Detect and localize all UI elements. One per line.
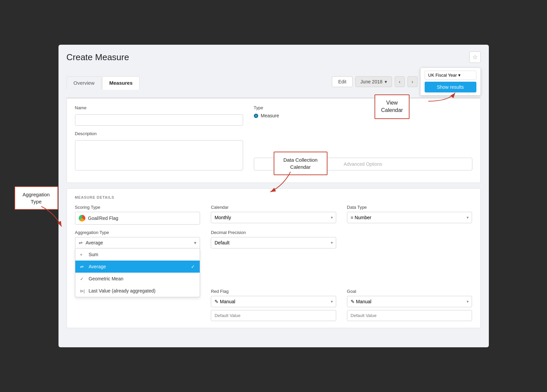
goal-select-wrapper: ✎ Manual ▾ (347, 296, 472, 307)
goal-group: Goal ✎ Manual ▾ (347, 289, 472, 321)
dropdown-item-sum[interactable]: + Sum (75, 248, 200, 261)
star-button[interactable]: ☆ (469, 51, 481, 63)
aggregation-type-group: Aggregation Type AggregationType (75, 230, 200, 248)
decimal-precision-group: Decimal Precision Default ▾ (211, 230, 336, 248)
type-measure-option[interactable]: Measure (254, 113, 279, 118)
uk-fiscal-year-label: UK Fiscal Year (428, 73, 457, 78)
scoring-type-label: Scoring Type (75, 205, 200, 210)
main-container: Create Measure ☆ Overview Measures Edit … (58, 45, 489, 347)
name-label: Name (75, 105, 243, 110)
red-flag-default-input[interactable] (211, 310, 336, 321)
form-row-name-type: Name Type Measure (75, 105, 472, 126)
decimal-precision-select[interactable]: Default (211, 237, 336, 248)
goal-select[interactable]: ✎ Manual (347, 296, 472, 307)
sum-label: Sum (89, 252, 99, 257)
data-collection-arrow (277, 172, 304, 199)
edit-button[interactable]: Edit (332, 76, 353, 87)
geometric-mean-icon: ✓ (80, 276, 85, 281)
nav-next-button[interactable]: › (407, 76, 418, 87)
goal-label: Goal (347, 289, 472, 294)
description-label: Description (75, 131, 243, 136)
month-label: June 2018 (360, 79, 382, 84)
tabs-header: Overview Measures Edit June 2018 ▾ ‹ › U… (67, 68, 481, 98)
red-flag-group: Red Flag ✎ Manual ▾ (211, 289, 336, 321)
scoring-type-group: Scoring Type Goal/Red Flag (75, 205, 200, 225)
aggregation-value: Average (86, 240, 103, 245)
scoring-type-value: Goal/Red Flag (88, 215, 118, 221)
average-icon: ⇌ (80, 264, 85, 269)
page-title-row: Create Measure ☆ (67, 51, 481, 63)
average-check-icon: ✓ (191, 264, 195, 269)
description-textarea[interactable] (75, 140, 243, 170)
name-input[interactable] (75, 114, 243, 126)
red-flag-select[interactable]: ✎ Manual (211, 296, 336, 307)
data-type-label: Data Type (347, 205, 472, 210)
red-flag-select-wrapper: ✎ Manual ▾ (211, 296, 336, 307)
agg-display-icon: ⇌ (79, 240, 83, 245)
second-details-row: Aggregation Type AggregationType (75, 230, 472, 248)
aggregation-arrow (41, 206, 82, 233)
calendar-select[interactable]: Monthly (211, 212, 336, 223)
data-type-group: Data Type ⌗ Number ▾ (347, 205, 472, 225)
view-calendar-arrow (428, 91, 469, 111)
aggregation-wrapper: ⇌ Average ▾ + Sum ⇌ Average (75, 237, 200, 248)
month-chevron-icon: ▾ (385, 79, 387, 84)
measure-details-section: MEASURE DETAILS Data CollectionCalendar … (67, 188, 481, 328)
description-field-group: Description (75, 131, 243, 170)
calendar-label: Calendar (211, 205, 336, 210)
aggregation-display[interactable]: ⇌ Average ▾ (75, 237, 200, 248)
last-value-icon: ⊳| (80, 288, 85, 293)
decimal-precision-select-wrapper: Default ▾ (211, 237, 336, 248)
sum-icon: + (80, 252, 85, 257)
section-title: MEASURE DETAILS (75, 195, 472, 199)
calendar-group: Calendar Monthly ▾ (211, 205, 336, 225)
details-grid: Scoring Type Goal/Red Flag Calendar Mont… (75, 205, 472, 225)
nav-prev-button[interactable]: ‹ (395, 76, 405, 87)
scoring-type-display: Goal/Red Flag (75, 212, 200, 225)
calendar-select-wrapper: Monthly ▾ (211, 212, 336, 223)
uk-fiscal-dropdown-icon: ▾ (458, 73, 461, 78)
type-label: Type (254, 105, 279, 110)
goal-default-input[interactable] (347, 310, 472, 321)
aggregation-dropdown-arrow-icon: ▾ (194, 240, 196, 245)
dropdown-item-geometric-mean[interactable]: ✓ Geometric Mean (75, 273, 200, 285)
uk-fiscal-year-dropdown[interactable]: UK Fiscal Year ▾ (425, 71, 476, 80)
month-button[interactable]: June 2018 ▾ (355, 76, 392, 87)
empty-col (347, 230, 472, 248)
aggregation-dropdown-menu: + Sum ⇌ Average ✓ ✓ Geometric Mean (75, 248, 200, 297)
last-value-label: Last Value (already aggregated) (89, 288, 156, 293)
data-type-select[interactable]: ⌗ Number (347, 212, 472, 223)
decimal-precision-label: Decimal Precision (211, 230, 336, 235)
page-title: Create Measure (67, 52, 129, 63)
dropdown-item-average[interactable]: ⇌ Average ✓ (75, 261, 200, 273)
data-type-select-wrapper: ⌗ Number ▾ (347, 212, 472, 223)
average-label: Average (89, 264, 106, 269)
view-calendar-callout: ViewCalendar (375, 94, 410, 119)
tab-measures[interactable]: Measures (102, 76, 140, 90)
aggregation-type-label: Aggregation Type (75, 230, 200, 235)
dropdown-item-last-value[interactable]: ⊳| Last Value (already aggregated) (75, 285, 200, 297)
red-flag-label: Red Flag (211, 289, 336, 294)
type-measure-label: Measure (261, 113, 279, 118)
type-radio[interactable] (254, 114, 258, 118)
type-section: Type Measure (254, 105, 279, 126)
name-field-group: Name (75, 105, 243, 126)
geometric-mean-label: Geometric Mean (89, 276, 123, 281)
tab-overview[interactable]: Overview (67, 76, 102, 89)
